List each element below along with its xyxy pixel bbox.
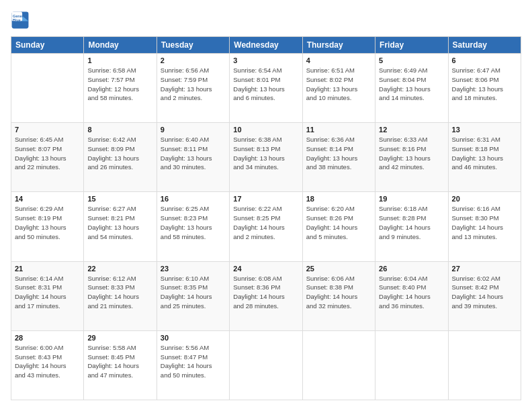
- weekday-header-friday: Friday: [375, 37, 448, 54]
- day-info: Sunrise: 6:36 AM Sunset: 8:14 PM Dayligh…: [306, 135, 371, 172]
- calendar-cell: 18Sunrise: 6:20 AM Sunset: 8:26 PM Dayli…: [302, 192, 375, 261]
- calendar-cell: 2Sunrise: 6:56 AM Sunset: 7:59 PM Daylig…: [157, 54, 229, 123]
- day-number: 24: [233, 265, 298, 273]
- weekday-header-row: SundayMondayTuesdayWednesdayThursdayFrid…: [11, 37, 521, 54]
- calendar-cell: 26Sunrise: 6:04 AM Sunset: 8:40 PM Dayli…: [375, 261, 448, 330]
- week-row-3: 21Sunrise: 6:14 AM Sunset: 8:31 PM Dayli…: [11, 261, 521, 330]
- calendar-cell: 21Sunrise: 6:14 AM Sunset: 8:31 PM Dayli…: [11, 261, 84, 330]
- calendar-cell: 14Sunrise: 6:29 AM Sunset: 8:19 PM Dayli…: [11, 192, 84, 261]
- day-info: Sunrise: 6:02 AM Sunset: 8:42 PM Dayligh…: [452, 274, 517, 311]
- day-number: 3: [233, 56, 298, 64]
- day-number: 12: [379, 126, 444, 134]
- calendar-cell: 20Sunrise: 6:16 AM Sunset: 8:30 PM Dayli…: [448, 192, 521, 261]
- day-number: 7: [15, 126, 80, 134]
- day-number: 28: [15, 334, 80, 342]
- day-info: Sunrise: 6:47 AM Sunset: 8:06 PM Dayligh…: [452, 66, 517, 103]
- day-info: Sunrise: 6:08 AM Sunset: 8:36 PM Dayligh…: [233, 274, 298, 311]
- weekday-header-wednesday: Wednesday: [230, 37, 302, 54]
- week-row-4: 28Sunrise: 6:00 AM Sunset: 8:43 PM Dayli…: [11, 330, 521, 400]
- calendar-cell: 25Sunrise: 6:06 AM Sunset: 8:38 PM Dayli…: [302, 261, 375, 330]
- day-info: Sunrise: 5:56 AM Sunset: 8:47 PM Dayligh…: [161, 343, 226, 380]
- calendar-cell: 9Sunrise: 6:40 AM Sunset: 8:11 PM Daylig…: [157, 123, 229, 192]
- logo-icon: General Blue: [11, 11, 30, 30]
- day-info: Sunrise: 6:14 AM Sunset: 8:31 PM Dayligh…: [15, 274, 80, 311]
- calendar-cell: 19Sunrise: 6:18 AM Sunset: 8:28 PM Dayli…: [375, 192, 448, 261]
- day-info: Sunrise: 6:10 AM Sunset: 8:35 PM Dayligh…: [161, 274, 226, 311]
- calendar-cell: 15Sunrise: 6:27 AM Sunset: 8:21 PM Dayli…: [84, 192, 157, 261]
- calendar-cell: [11, 54, 84, 123]
- day-info: Sunrise: 6:49 AM Sunset: 8:04 PM Dayligh…: [379, 66, 444, 103]
- day-info: Sunrise: 6:31 AM Sunset: 8:18 PM Dayligh…: [452, 135, 517, 172]
- calendar-cell: 11Sunrise: 6:36 AM Sunset: 8:14 PM Dayli…: [302, 123, 375, 192]
- page: General Blue SundayMondayTuesdayWednesda…: [0, 0, 532, 411]
- day-info: Sunrise: 6:40 AM Sunset: 8:11 PM Dayligh…: [161, 135, 226, 172]
- weekday-header-sunday: Sunday: [11, 37, 84, 54]
- calendar-cell: 29Sunrise: 5:58 AM Sunset: 8:45 PM Dayli…: [84, 330, 157, 400]
- day-info: Sunrise: 6:29 AM Sunset: 8:19 PM Dayligh…: [15, 204, 80, 241]
- day-info: Sunrise: 5:58 AM Sunset: 8:45 PM Dayligh…: [87, 343, 152, 380]
- day-number: 14: [15, 195, 80, 203]
- day-number: 15: [87, 195, 152, 203]
- day-number: 13: [452, 126, 517, 134]
- weekday-header-thursday: Thursday: [302, 37, 375, 54]
- logo: General Blue: [11, 11, 30, 30]
- weekday-header-saturday: Saturday: [448, 37, 521, 54]
- day-number: 8: [87, 126, 152, 134]
- day-info: Sunrise: 6:00 AM Sunset: 8:43 PM Dayligh…: [15, 343, 80, 380]
- weekday-header-monday: Monday: [84, 37, 157, 54]
- day-number: 18: [306, 195, 371, 203]
- svg-text:Blue: Blue: [13, 18, 21, 22]
- calendar-cell: 28Sunrise: 6:00 AM Sunset: 8:43 PM Dayli…: [11, 330, 84, 400]
- calendar-cell: 3Sunrise: 6:54 AM Sunset: 8:01 PM Daylig…: [230, 54, 302, 123]
- calendar-cell: 8Sunrise: 6:42 AM Sunset: 8:09 PM Daylig…: [84, 123, 157, 192]
- day-number: 2: [161, 56, 226, 64]
- day-info: Sunrise: 6:56 AM Sunset: 7:59 PM Dayligh…: [161, 66, 226, 103]
- day-number: 10: [233, 126, 298, 134]
- day-info: Sunrise: 6:27 AM Sunset: 8:21 PM Dayligh…: [87, 204, 152, 241]
- calendar-table: SundayMondayTuesdayWednesdayThursdayFrid…: [11, 36, 521, 400]
- day-number: 5: [379, 56, 444, 64]
- day-info: Sunrise: 6:06 AM Sunset: 8:38 PM Dayligh…: [306, 274, 371, 311]
- calendar-body: 1Sunrise: 6:58 AM Sunset: 7:57 PM Daylig…: [11, 54, 521, 400]
- day-info: Sunrise: 6:16 AM Sunset: 8:30 PM Dayligh…: [452, 204, 517, 241]
- calendar-cell: 7Sunrise: 6:45 AM Sunset: 8:07 PM Daylig…: [11, 123, 84, 192]
- day-number: 26: [379, 265, 444, 273]
- calendar-cell: 16Sunrise: 6:25 AM Sunset: 8:23 PM Dayli…: [157, 192, 229, 261]
- day-number: 17: [233, 195, 298, 203]
- calendar-cell: 27Sunrise: 6:02 AM Sunset: 8:42 PM Dayli…: [448, 261, 521, 330]
- day-info: Sunrise: 6:25 AM Sunset: 8:23 PM Dayligh…: [161, 204, 226, 241]
- day-number: 19: [379, 195, 444, 203]
- day-info: Sunrise: 6:20 AM Sunset: 8:26 PM Dayligh…: [306, 204, 371, 241]
- day-info: Sunrise: 6:54 AM Sunset: 8:01 PM Dayligh…: [233, 66, 298, 103]
- day-number: 4: [306, 56, 371, 64]
- calendar-cell: [230, 330, 302, 400]
- day-info: Sunrise: 6:45 AM Sunset: 8:07 PM Dayligh…: [15, 135, 80, 172]
- day-number: 6: [452, 56, 517, 64]
- day-number: 9: [161, 126, 226, 134]
- day-number: 11: [306, 126, 371, 134]
- calendar-cell: 24Sunrise: 6:08 AM Sunset: 8:36 PM Dayli…: [230, 261, 302, 330]
- calendar-cell: 23Sunrise: 6:10 AM Sunset: 8:35 PM Dayli…: [157, 261, 229, 330]
- day-info: Sunrise: 6:38 AM Sunset: 8:13 PM Dayligh…: [233, 135, 298, 172]
- day-number: 25: [306, 265, 371, 273]
- week-row-1: 7Sunrise: 6:45 AM Sunset: 8:07 PM Daylig…: [11, 123, 521, 192]
- day-info: Sunrise: 6:04 AM Sunset: 8:40 PM Dayligh…: [379, 274, 444, 311]
- calendar-cell: 6Sunrise: 6:47 AM Sunset: 8:06 PM Daylig…: [448, 54, 521, 123]
- calendar-cell: 17Sunrise: 6:22 AM Sunset: 8:25 PM Dayli…: [230, 192, 302, 261]
- calendar-cell: [375, 330, 448, 400]
- calendar-cell: 30Sunrise: 5:56 AM Sunset: 8:47 PM Dayli…: [157, 330, 229, 400]
- calendar-cell: 1Sunrise: 6:58 AM Sunset: 7:57 PM Daylig…: [84, 54, 157, 123]
- day-info: Sunrise: 6:22 AM Sunset: 8:25 PM Dayligh…: [233, 204, 298, 241]
- day-number: 23: [161, 265, 226, 273]
- calendar-cell: 4Sunrise: 6:51 AM Sunset: 8:02 PM Daylig…: [302, 54, 375, 123]
- calendar-cell: 22Sunrise: 6:12 AM Sunset: 8:33 PM Dayli…: [84, 261, 157, 330]
- day-info: Sunrise: 6:12 AM Sunset: 8:33 PM Dayligh…: [87, 274, 152, 311]
- day-number: 22: [87, 265, 152, 273]
- calendar-cell: 12Sunrise: 6:33 AM Sunset: 8:16 PM Dayli…: [375, 123, 448, 192]
- day-number: 16: [161, 195, 226, 203]
- day-number: 1: [87, 56, 152, 64]
- svg-text:General: General: [13, 14, 27, 18]
- calendar-cell: [448, 330, 521, 400]
- day-info: Sunrise: 6:33 AM Sunset: 8:16 PM Dayligh…: [379, 135, 444, 172]
- header: General Blue: [11, 11, 521, 30]
